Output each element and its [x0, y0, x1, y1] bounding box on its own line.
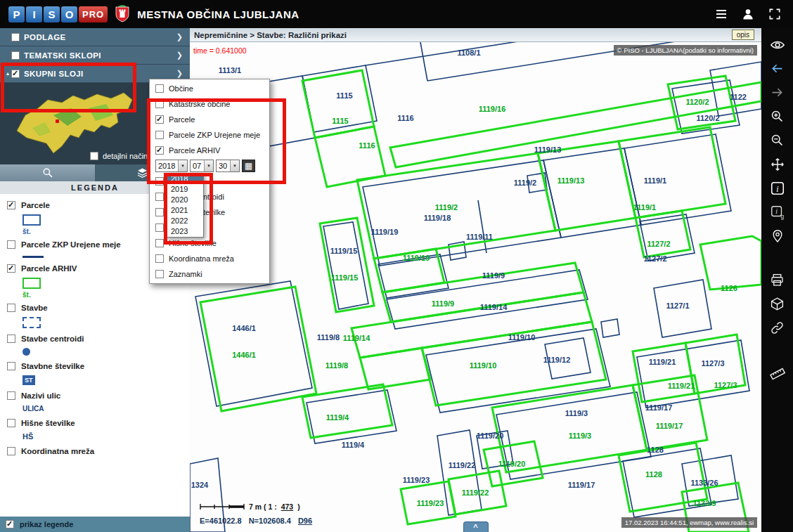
legend-label: Stavbne številke — [21, 362, 84, 370]
month-select[interactable]: 07▼ — [190, 160, 214, 172]
legend-item-row[interactable]: Stavbe centroidi — [7, 335, 183, 343]
parcel-label-green-archive: 1119/13 — [557, 176, 585, 185]
info-group-icon[interactable]: ig — [765, 201, 790, 223]
section-checkbox[interactable] — [11, 51, 20, 60]
fullscreen-icon[interactable] — [765, 4, 785, 24]
layer-item[interactable]: Parcele ARHIV — [150, 143, 269, 158]
layer-item[interactable]: Parcele ZKP Urejene meje — [150, 127, 269, 143]
legend-item-row[interactable]: Koordinatna mreža — [7, 447, 183, 455]
layer-checkbox[interactable] — [155, 239, 164, 247]
parcel-label-blue: 1115 — [336, 91, 352, 100]
layer-checkbox[interactable] — [155, 177, 164, 186]
map-area: Nepremičnine > Stavbe: Različni prikazi … — [190, 28, 761, 532]
layer-checkbox[interactable] — [155, 193, 164, 201]
legend-toggle[interactable]: prikaz legende — [0, 517, 190, 532]
parcel-label-green-archive: 1127/2 — [647, 240, 670, 248]
year-option[interactable]: 2018 — [167, 174, 203, 184]
legend-item-row[interactable]: Stavbe — [7, 304, 183, 312]
parcel-label-blue: 1119/11 — [466, 233, 493, 241]
year-option[interactable]: 2020 — [167, 195, 203, 205]
layer-checkbox[interactable] — [155, 223, 164, 232]
layer-checkbox[interactable] — [155, 131, 164, 139]
calendar-button[interactable]: ▦ — [242, 160, 255, 172]
year-option[interactable]: 2023 — [167, 226, 203, 237]
user-icon[interactable] — [738, 4, 758, 24]
opis-button[interactable]: opis — [732, 30, 754, 40]
legend-checkbox[interactable] — [7, 240, 15, 249]
chevron-right-icon[interactable]: ❯ — [174, 69, 186, 78]
layer-item[interactable]: Parcele — [150, 112, 269, 127]
location-icon[interactable] — [765, 225, 790, 247]
year-select[interactable]: 2018▼ — [155, 160, 188, 172]
layer-checkbox[interactable] — [155, 115, 164, 124]
legend-checkbox[interactable] — [7, 391, 15, 400]
layer-item[interactable]: Katastrske občine — [150, 96, 269, 112]
layer-checkbox[interactable] — [155, 208, 164, 216]
legend-item-row[interactable]: Nazivi ulic — [7, 391, 183, 400]
link-icon[interactable] — [765, 317, 790, 339]
layer-label: Parcele ZKP Urejene meje — [169, 131, 260, 139]
legend-item: Stavbe — [0, 301, 190, 332]
breadcrumb: Nepremičnine > Stavbe: Različni prikazi — [194, 31, 347, 39]
legend-toggle-checkbox[interactable] — [6, 520, 14, 528]
zoom-in-icon[interactable] — [765, 105, 790, 127]
parcel-line-blue — [366, 42, 626, 65]
legend-checkbox[interactable] — [7, 447, 15, 455]
datum-link[interactable]: D96 — [298, 517, 312, 525]
layer-checkbox[interactable] — [155, 146, 164, 155]
parcel-label-blue: 1116 — [397, 114, 413, 122]
day-select[interactable]: 30▼ — [216, 160, 240, 172]
legend-symbol — [22, 278, 41, 289]
detail-mode-checkbox[interactable] — [90, 152, 98, 160]
info-icon[interactable]: i — [765, 177, 790, 199]
measure-icon[interactable] — [765, 361, 790, 383]
parcel-label-blue: 1119/3 — [565, 409, 588, 417]
menu-icon[interactable] — [711, 4, 731, 24]
print-icon[interactable] — [765, 269, 790, 291]
view-3d-icon[interactable] — [765, 293, 790, 315]
year-option[interactable]: 2022 — [167, 216, 203, 226]
legend-checkbox[interactable] — [7, 335, 15, 343]
sidebar-section-tematski-sklopi[interactable]: TEMATSKI SKLOPI❯ — [0, 46, 190, 65]
scale-denominator-link[interactable]: 473 — [281, 502, 294, 511]
detail-mode-toggle[interactable]: detajlni način — [90, 152, 148, 160]
layer-checkbox[interactable] — [155, 254, 164, 263]
legend-checkbox[interactable] — [7, 201, 15, 209]
legend-checkbox[interactable] — [7, 419, 15, 427]
layer-item[interactable]: Hišne številke — [150, 235, 269, 251]
history-back-icon[interactable] — [765, 58, 790, 79]
layer-item[interactable]: Zaznamki — [150, 266, 269, 282]
history-forward-icon[interactable] — [765, 82, 790, 103]
pan-icon[interactable] — [765, 153, 790, 175]
section-checkbox[interactable] — [11, 33, 20, 41]
tab-search[interactable] — [0, 164, 95, 181]
year-option[interactable]: 2021 — [167, 205, 203, 216]
chevron-right-icon[interactable]: ❯ — [174, 51, 186, 60]
map-canvas[interactable]: 1108/11113/11115111611221120/21119/13111… — [190, 42, 761, 532]
chevron-right-icon[interactable]: ❯ — [174, 32, 186, 41]
parcel-label-green-archive: 1119/16 — [479, 105, 506, 113]
year-option[interactable]: 2019 — [167, 184, 203, 195]
parcel-label-green-archive: 1119/10 — [470, 361, 497, 370]
legend-checkbox[interactable] — [7, 264, 15, 273]
cadastral-map[interactable]: 1108/11113/11115111611221120/21119/13111… — [190, 42, 761, 532]
layer-checkbox[interactable] — [155, 100, 164, 108]
sidebar-section-podlage[interactable]: PODLAGE❯ — [0, 28, 190, 46]
legend-checkbox[interactable] — [7, 362, 15, 370]
parcel-outline-blue — [363, 160, 561, 266]
legend-item-row[interactable]: Stavbne številke — [7, 362, 183, 370]
zoom-out-icon[interactable] — [765, 129, 790, 151]
section-checkbox[interactable] — [11, 70, 20, 78]
collapse-footer-button[interactable]: ^ — [463, 521, 489, 532]
parcel-label-green-archive: 1119/23 — [417, 499, 444, 507]
layer-item[interactable]: Koordinatna mreža — [150, 251, 269, 266]
layer-item[interactable]: Občine — [150, 81, 269, 96]
layer-checkbox[interactable] — [155, 270, 164, 278]
legend-item-row[interactable]: Hišne številke — [7, 419, 183, 427]
top-header: P I S O PRO MESTNA OBČINA LJUBLJANA — [0, 0, 793, 28]
legend-label: Hišne številke — [21, 419, 75, 427]
legend-symbol: HŠ — [22, 432, 183, 441]
visibility-icon[interactable] — [765, 34, 790, 56]
legend-checkbox[interactable] — [7, 304, 15, 312]
layer-checkbox[interactable] — [155, 84, 164, 93]
